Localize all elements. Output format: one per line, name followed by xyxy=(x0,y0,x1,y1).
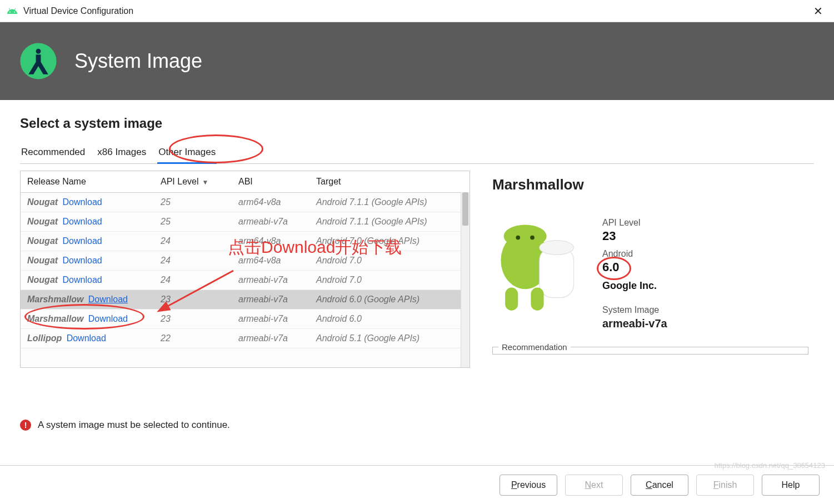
cell-target: Android 5.1 (Google APIs) xyxy=(309,329,470,348)
cell-abi: armeabi-v7a xyxy=(232,271,309,290)
detail-title: Marshmallow xyxy=(492,176,808,193)
sort-desc-icon: ▼ xyxy=(202,178,208,186)
download-link[interactable]: Download xyxy=(67,333,106,343)
cell-target: Android 7.1.1 (Google APIs) xyxy=(309,212,470,232)
cell-api-level: 22 xyxy=(154,329,232,348)
table-row[interactable]: Nougat Download24arm64-v8aAndroid 7.0 (G… xyxy=(21,232,470,251)
cell-target: Android 7.1.1 (Google APIs) xyxy=(309,193,470,212)
cell-abi: armeabi-v7a xyxy=(232,329,309,348)
cell-target: Android 7.0 (Google APIs) xyxy=(309,232,470,251)
cell-target: Android 7.0 xyxy=(309,271,470,290)
svg-rect-9 xyxy=(505,288,518,311)
cell-release-name: Lollipop Download xyxy=(21,329,154,348)
svg-point-8 xyxy=(540,241,574,255)
cell-release-name: Marshmallow Download xyxy=(21,310,154,329)
col-api-level[interactable]: API Level▼ xyxy=(154,171,232,193)
api-level-label: API Level xyxy=(602,218,667,228)
recommendation-box: Recommendation xyxy=(492,342,808,355)
table-row[interactable]: Marshmallow Download23armeabi-v7aAndroid… xyxy=(21,290,470,310)
cell-release-name: Nougat Download xyxy=(21,271,154,290)
table-row[interactable]: Nougat Download24armeabi-v7aAndroid 7.0 xyxy=(21,271,470,290)
vendor-value: Google Inc. xyxy=(602,280,667,292)
recommendation-label: Recommendation xyxy=(498,342,571,352)
cell-api-level: 24 xyxy=(154,251,232,271)
cell-api-level: 25 xyxy=(154,193,232,212)
finish-button: Finish xyxy=(696,475,754,496)
tab-recommended[interactable]: Recommended xyxy=(20,142,86,163)
download-link[interactable]: Download xyxy=(63,197,102,207)
close-icon[interactable]: ✕ xyxy=(809,2,827,20)
window-title: Virtual Device Configuration xyxy=(23,6,133,16)
error-icon: ! xyxy=(20,420,31,431)
previous-button[interactable]: Previous xyxy=(500,475,557,496)
cell-target: Android 6.0 (Google APIs) xyxy=(309,290,470,310)
svg-rect-7 xyxy=(540,248,574,298)
cell-abi: armeabi-v7a xyxy=(232,290,309,310)
download-link[interactable]: Download xyxy=(88,295,128,304)
title-bar: Virtual Device Configuration ✕ xyxy=(0,0,834,22)
banner: System Image xyxy=(0,22,834,100)
footer: Previous Next Cancel Finish Help xyxy=(0,465,834,504)
cell-abi: arm64-v8a xyxy=(232,251,309,271)
download-link[interactable]: Download xyxy=(88,314,128,323)
banner-title: System Image xyxy=(74,49,202,73)
cell-abi: arm64-v8a xyxy=(232,193,309,212)
download-link[interactable]: Download xyxy=(63,217,102,226)
cell-abi: arm64-v8a xyxy=(232,232,309,251)
cell-api-level: 25 xyxy=(154,212,232,232)
tabs: Recommended x86 Images Other Images xyxy=(20,142,814,164)
svg-point-6 xyxy=(530,236,535,240)
table-scrollbar[interactable] xyxy=(461,192,470,367)
col-release-name[interactable]: Release Name xyxy=(21,171,154,193)
next-button: Next xyxy=(565,475,623,496)
detail-panel: Marshmallow xyxy=(492,171,814,411)
table-row[interactable]: Nougat Download25armeabi-v7aAndroid 7.1.… xyxy=(21,212,470,232)
android-version-value: 6.0 xyxy=(602,260,620,275)
table-row[interactable]: Nougat Download24arm64-v8aAndroid 7.0 xyxy=(21,251,470,271)
cell-target: Android 6.0 xyxy=(309,310,470,329)
android-studio-icon xyxy=(18,41,59,82)
status-bar: ! A system image must be selected to con… xyxy=(0,412,834,437)
scrollbar-thumb[interactable] xyxy=(462,192,468,226)
svg-point-2 xyxy=(504,224,547,247)
api-level-value: 23 xyxy=(602,229,667,243)
svg-rect-10 xyxy=(531,288,543,311)
cell-release-name: Nougat Download xyxy=(21,193,154,212)
download-link[interactable]: Download xyxy=(63,236,102,246)
system-image-value: armeabi-v7a xyxy=(602,317,667,330)
table-row[interactable]: Lollipop Download22armeabi-v7aAndroid 5.… xyxy=(21,329,470,348)
help-button[interactable]: Help xyxy=(762,475,820,496)
col-target[interactable]: Target xyxy=(309,171,470,193)
col-abi[interactable]: ABI xyxy=(232,171,309,193)
cell-api-level: 23 xyxy=(154,310,232,329)
status-message: A system image must be selected to conti… xyxy=(38,420,230,431)
cell-release-name: Nougat Download xyxy=(21,232,154,251)
cell-abi: armeabi-v7a xyxy=(232,212,309,232)
tab-other-images[interactable]: Other Images xyxy=(157,142,217,163)
cell-release-name: Nougat Download xyxy=(21,251,154,271)
cancel-button[interactable]: Cancel xyxy=(631,475,688,496)
table-row[interactable]: Nougat Download25arm64-v8aAndroid 7.1.1 … xyxy=(21,193,470,212)
cell-abi: armeabi-v7a xyxy=(232,310,309,329)
table-row[interactable]: Marshmallow Download23armeabi-v7aAndroid… xyxy=(21,310,470,329)
download-link[interactable]: Download xyxy=(63,256,102,265)
download-link[interactable]: Download xyxy=(63,275,102,285)
system-image-table: Release Name API Level▼ ABI Target Nouga… xyxy=(20,171,470,368)
section-title: Select a system image xyxy=(20,116,814,131)
marshmallow-art xyxy=(492,213,592,319)
cell-release-name: Marshmallow Download xyxy=(21,290,154,310)
cell-target: Android 7.0 xyxy=(309,251,470,271)
tab-x86-images[interactable]: x86 Images xyxy=(96,142,147,163)
cell-release-name: Nougat Download xyxy=(21,212,154,232)
cell-api-level: 24 xyxy=(154,232,232,251)
table-header-row: Release Name API Level▼ ABI Target xyxy=(21,171,470,193)
svg-point-5 xyxy=(516,236,520,240)
android-icon xyxy=(7,6,18,17)
system-image-label: System Image xyxy=(602,305,667,315)
cell-api-level: 23 xyxy=(154,290,232,310)
cell-api-level: 24 xyxy=(154,271,232,290)
